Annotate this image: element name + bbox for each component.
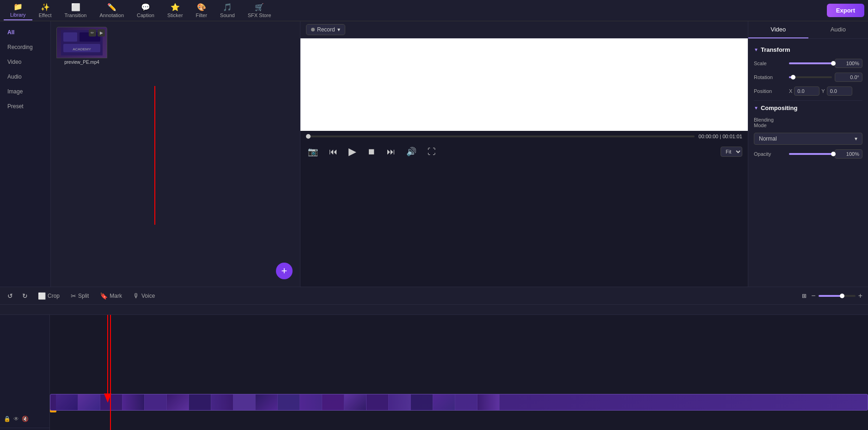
thumb-badge-edit: ✏ <box>89 29 96 37</box>
step-forward-button[interactable]: ⏭ <box>385 145 397 159</box>
nav-effect[interactable]: ✨ Effect <box>32 1 58 20</box>
nav-filter[interactable]: 🎨 Filter <box>189 1 214 20</box>
zoom-bar: ⊞ − + <box>800 291 862 301</box>
clip-frame-18 <box>433 394 455 410</box>
sfxstore-icon: 🛒 <box>255 3 264 12</box>
clip-frame-7 <box>189 394 211 410</box>
mark-icon: 🔖 <box>100 292 108 300</box>
fit-select[interactable]: Fit <box>721 147 742 157</box>
preview-topbar: Record ▾ <box>300 21 748 38</box>
step-back-button[interactable]: ⏮ <box>327 145 339 159</box>
nav-caption[interactable]: 💬 Caption <box>130 1 161 20</box>
media-thumbnail: ✏ ▶ ACADEMY <box>56 27 107 58</box>
opacity-slider[interactable] <box>789 153 832 155</box>
clip-frame-2 <box>78 394 100 410</box>
library-icon: 📁 <box>13 2 23 11</box>
y-axis-label: Y <box>821 88 825 94</box>
right-panel-body: ▼ Transform Scale 100% Rotation 0.0° <box>748 39 868 287</box>
nav-sfxstore-label: SFX Store <box>248 12 271 18</box>
sidebar-item-recording[interactable]: Recording <box>2 40 49 54</box>
nav-sound[interactable]: 🎵 Sound <box>214 1 241 20</box>
rotation-label: Rotation <box>754 74 786 80</box>
caption-icon: 💬 <box>141 3 150 12</box>
scale-slider[interactable] <box>789 62 832 64</box>
time-display: 00:00:00 | 00:01:01 <box>698 134 742 139</box>
record-dot <box>311 28 315 31</box>
media-item-label: preview_PE.mp4 <box>56 58 107 66</box>
nav-sfxstore[interactable]: 🛒 SFX Store <box>241 1 278 20</box>
zoom-track[interactable] <box>819 295 856 297</box>
clip-frame-15 <box>367 394 389 410</box>
nav-library-label: Library <box>10 12 26 18</box>
position-y-input[interactable] <box>827 86 852 96</box>
undo-button[interactable]: ↺ <box>6 290 15 301</box>
clip-frames <box>56 394 868 410</box>
timeline-track-area <box>50 315 868 430</box>
annotation-icon: ✏️ <box>107 3 116 12</box>
lock-icon[interactable]: 🔒 <box>4 416 11 422</box>
position-xy: X Y <box>789 86 862 96</box>
crop-tool[interactable]: ⬜ Crop <box>35 291 62 301</box>
sidebar-item-video[interactable]: Video <box>2 55 49 69</box>
transition-icon: ⬜ <box>71 3 80 12</box>
media-grid: ✏ ▶ ACADEMY preview_PE.mp4 <box>51 21 300 287</box>
divider-1 <box>754 100 862 101</box>
preview-canvas <box>300 38 748 131</box>
filter-icon: 🎨 <box>197 3 206 12</box>
split-tool[interactable]: ✂ Split <box>68 291 92 301</box>
timeline-ruler: 00:00:00:00 00:00:03:10 00:00:06:20 00:0… <box>0 305 868 315</box>
voice-label: Voice <box>141 293 155 299</box>
blending-mode-dropdown[interactable]: Normal ▾ <box>754 133 862 145</box>
sidebar-item-preset[interactable]: Preset <box>2 99 49 113</box>
add-media-button[interactable]: + <box>276 263 293 279</box>
rotation-slider[interactable] <box>789 76 832 78</box>
media-item-preview-pe[interactable]: ✏ ▶ ACADEMY preview_PE.mp4 <box>56 27 107 281</box>
fullscreen-button[interactable]: ⛶ <box>426 145 438 159</box>
mute-icon[interactable]: 🔇 <box>22 416 29 422</box>
screenshot-button[interactable]: 📷 <box>306 145 320 159</box>
clip-frame-4 <box>122 394 145 410</box>
zoom-minus-button[interactable]: − <box>811 292 815 300</box>
nav-library[interactable]: 📁 Library <box>4 0 32 20</box>
mark-tool[interactable]: 🔖 Mark <box>97 291 125 301</box>
scale-slider-fill <box>789 62 832 64</box>
nav-sticker[interactable]: ⭐ Sticker <box>161 1 189 20</box>
sidebar-item-image[interactable]: Image <box>2 85 49 98</box>
record-button[interactable]: Record ▾ <box>306 24 345 35</box>
eye-icon[interactable]: 👁 <box>13 416 19 422</box>
preview-progress-head <box>306 134 311 139</box>
nav-annotation[interactable]: ✏️ Annotation <box>93 1 130 20</box>
nav-transition[interactable]: ⬜ Transition <box>58 1 93 20</box>
zoom-plus-button[interactable]: + <box>858 292 862 300</box>
clip-frame-12 <box>300 394 322 410</box>
scale-value: 100% <box>835 59 862 68</box>
video-clip[interactable] <box>50 394 868 411</box>
play-button[interactable]: ▶ <box>347 144 358 160</box>
preview-progress-track[interactable] <box>306 135 695 137</box>
timeline-toolbar: ↺ ↻ ⬜ Crop ✂ Split 🔖 Mark 🎙 Voice ⊞ − + <box>0 287 868 305</box>
tab-audio[interactable]: Audio <box>808 21 868 38</box>
voice-tool[interactable]: 🎙 Voice <box>130 291 158 301</box>
volume-button[interactable]: 🔊 <box>404 145 418 159</box>
blending-mode-label: Blending Mode <box>754 117 786 128</box>
clip-frame-6 <box>167 394 189 410</box>
clip-frame-11 <box>278 394 300 410</box>
svg-text:ACADEMY: ACADEMY <box>73 47 91 51</box>
zoom-fit-button[interactable]: ⊞ <box>800 291 808 301</box>
transform-collapse-arrow[interactable]: ▼ <box>754 47 758 52</box>
position-x-input[interactable] <box>794 86 819 96</box>
tab-video[interactable]: Video <box>748 21 808 38</box>
sidebar-item-audio[interactable]: Audio <box>2 70 49 84</box>
sidebar-item-all[interactable]: All <box>2 25 49 39</box>
compositing-collapse-arrow[interactable]: ▼ <box>754 105 758 111</box>
sound-icon: 🎵 <box>223 3 232 12</box>
clip-frame-9 <box>233 394 256 410</box>
compositing-section-header: ▼ Compositing <box>754 104 862 111</box>
right-tabs: Video Audio <box>748 21 868 39</box>
redo-button[interactable]: ↻ <box>20 290 30 301</box>
main-area: All Recording Video Audio Image Preset ✏… <box>0 21 868 287</box>
export-button[interactable]: Export <box>827 4 864 17</box>
clip-frame-8 <box>211 394 233 410</box>
stop-button[interactable]: ⏹ <box>366 145 378 159</box>
rotation-value: 0.0° <box>835 73 862 82</box>
